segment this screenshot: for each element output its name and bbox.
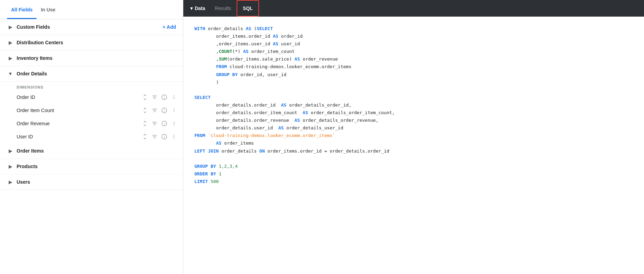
svg-point-18	[174, 136, 174, 137]
field-label-order-item-count: Order Item Count	[17, 108, 141, 113]
section-order-items[interactable]: ▶ Order Items	[0, 143, 183, 159]
tabs-row: All Fields In Use	[0, 0, 183, 19]
svg-point-9	[174, 111, 174, 112]
svg-text:i: i	[164, 109, 165, 112]
field-icons-order-id: i	[141, 94, 177, 101]
field-icons-order-revenue: i	[141, 120, 177, 127]
sort-icon-2[interactable]	[141, 107, 148, 114]
sql-content-area[interactable]: WITH order_details AS (SELECT order_item…	[183, 17, 644, 274]
info-icon-4[interactable]: i	[161, 133, 168, 140]
svg-point-13	[174, 123, 174, 124]
chevron-right-icon-6: ▶	[7, 179, 14, 185]
tab-in-use[interactable]: In Use	[37, 0, 59, 19]
svg-text:i: i	[164, 135, 165, 139]
svg-point-8	[174, 110, 174, 111]
more-icon-3[interactable]	[171, 120, 177, 127]
svg-text:i: i	[164, 95, 165, 99]
field-user-id[interactable]: User ID i	[0, 130, 183, 143]
filter-icon-3[interactable]	[151, 120, 158, 127]
more-icon[interactable]	[171, 94, 177, 101]
more-icon-2[interactable]	[171, 107, 177, 114]
chevron-down-icon: ▼	[7, 70, 14, 77]
add-custom-field-button[interactable]: + Add	[163, 24, 176, 30]
right-panel: ▾ Data Results SQL WITH order_details AS…	[183, 0, 644, 274]
field-label-order-revenue: Order Revenue	[17, 121, 141, 126]
svg-point-14	[174, 125, 174, 125]
sort-icon-3[interactable]	[141, 120, 148, 127]
filter-icon[interactable]	[151, 94, 158, 101]
field-order-item-count[interactable]: Order Item Count i	[0, 104, 183, 117]
section-label-custom-fields: Custom Fields	[17, 24, 163, 30]
left-panel: All Fields In Use ▶ Custom Fields + Add …	[0, 0, 183, 274]
section-label-order-details: Order Details	[17, 71, 47, 76]
svg-point-2	[174, 95, 174, 96]
data-tab-label: Data	[195, 6, 205, 11]
more-icon-4[interactable]	[171, 133, 177, 140]
info-icon[interactable]: i	[161, 94, 168, 101]
fields-list: ▶ Custom Fields + Add ▶ Distribution Cen…	[0, 19, 183, 274]
field-order-revenue[interactable]: Order Revenue i	[0, 117, 183, 130]
chevron-right-icon-4: ▶	[7, 147, 14, 154]
section-users[interactable]: ▶ Users	[0, 174, 183, 190]
data-dropdown-button[interactable]: ▾ Data	[186, 0, 209, 17]
tab-all-fields[interactable]: All Fields	[7, 0, 37, 19]
section-header-order-details[interactable]: ▼ Order Details	[0, 66, 183, 82]
chevron-right-icon-2: ▶	[7, 39, 14, 46]
svg-point-17	[174, 135, 174, 136]
section-label-products: Products	[17, 164, 176, 169]
results-tab-button[interactable]: Results	[209, 0, 237, 17]
section-label-users: Users	[17, 179, 176, 185]
section-distribution-centers[interactable]: ▶ Distribution Centers	[0, 35, 183, 51]
sql-code: WITH order_details AS (SELECT order_item…	[194, 25, 633, 185]
section-order-details: ▼ Order Details DIMENSIONS Order ID i	[0, 66, 183, 143]
info-icon-2[interactable]: i	[161, 107, 168, 114]
filter-icon-4[interactable]	[151, 133, 158, 140]
field-icons-user-id: i	[141, 133, 177, 140]
sort-icon[interactable]	[141, 94, 148, 101]
svg-point-4	[174, 98, 174, 99]
sql-tab-button[interactable]: SQL	[237, 0, 259, 17]
field-label-user-id: User ID	[17, 134, 141, 139]
filter-icon-2[interactable]	[151, 107, 158, 114]
field-order-id[interactable]: Order ID i	[0, 91, 183, 104]
section-inventory-items[interactable]: ▶ Inventory Items	[0, 51, 183, 66]
svg-point-19	[174, 138, 174, 138]
section-label-inventory-items: Inventory Items	[17, 55, 176, 61]
field-icons-order-item-count: i	[141, 107, 177, 114]
dimensions-label: DIMENSIONS	[0, 82, 183, 91]
chevron-right-icon-3: ▶	[7, 55, 14, 62]
svg-point-3	[174, 97, 174, 98]
chevron-right-icon: ▶	[7, 24, 14, 30]
svg-point-12	[174, 122, 174, 122]
sort-icon-4[interactable]	[141, 133, 148, 140]
svg-point-7	[174, 109, 174, 109]
section-products[interactable]: ▶ Products	[0, 159, 183, 174]
svg-text:i: i	[164, 122, 165, 126]
chevron-dropdown-icon: ▾	[190, 6, 193, 11]
section-label-distribution-centers: Distribution Centers	[17, 40, 176, 45]
info-icon-3[interactable]: i	[161, 120, 168, 127]
section-custom-fields[interactable]: ▶ Custom Fields + Add	[0, 19, 183, 35]
section-label-order-items: Order Items	[17, 148, 176, 154]
top-tabs-bar: ▾ Data Results SQL	[183, 0, 644, 17]
chevron-right-icon-5: ▶	[7, 163, 14, 170]
field-label-order-id: Order ID	[17, 94, 141, 100]
